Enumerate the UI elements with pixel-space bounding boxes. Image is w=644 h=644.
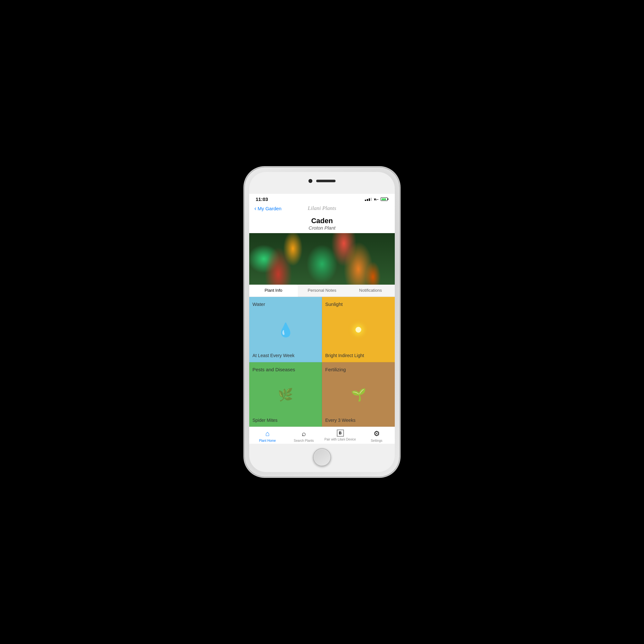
- plant-title-section: Caden Croton Plant: [249, 213, 395, 233]
- signal-icon: [365, 198, 372, 201]
- nav-header: ‹ My Garden Lilani Plants: [249, 203, 395, 213]
- status-icons: ▾⌐: [365, 197, 388, 202]
- signal-bar-1: [365, 200, 366, 201]
- tab-personal-notes[interactable]: Personal Notes: [298, 285, 346, 296]
- bottom-tab-bar: ⌂ Plant Home ⌕ Search Plants B Pair with…: [249, 427, 395, 444]
- status-bar: 11:03 ▾⌐: [249, 194, 395, 203]
- tabs-section: Plant Info Personal Notes Notifications: [249, 285, 395, 297]
- pests-value: Spider Mites: [252, 418, 278, 423]
- plant-photo-decoration: [249, 233, 395, 285]
- screen: 11:03 ▾⌐: [249, 194, 395, 444]
- home-button[interactable]: [313, 448, 331, 466]
- pair-device-label: Pair with Lilani Device: [325, 438, 356, 441]
- phone-body: 11:03 ▾⌐: [249, 172, 395, 472]
- signal-bar-3: [369, 198, 370, 201]
- plant-species: Croton Plant: [254, 225, 390, 231]
- plant-name: Caden: [254, 217, 390, 225]
- water-cell[interactable]: Water 💧 At Least Every Week: [249, 297, 322, 362]
- bottom-tab-plant-home[interactable]: ⌂ Plant Home: [249, 430, 286, 442]
- sunlight-value: Bright Indirect Light: [325, 353, 364, 358]
- back-button[interactable]: ‹ My Garden: [254, 205, 281, 212]
- signal-bar-4: [371, 198, 372, 201]
- fertilizing-cell[interactable]: Fertilizing 🌱 Every 3 Weeks: [322, 362, 395, 427]
- seedling-icon: 🌱: [351, 388, 366, 402]
- back-chevron-icon: ‹: [254, 205, 256, 212]
- plant-home-icon: ⌂: [265, 430, 270, 438]
- phone-frame: 11:03 ▾⌐: [245, 167, 399, 477]
- water-label: Water: [252, 301, 265, 307]
- bottom-tab-settings[interactable]: ⚙ Settings: [358, 430, 395, 442]
- settings-icon: ⚙: [374, 430, 380, 438]
- front-camera: [308, 179, 312, 183]
- sun-circle: [355, 327, 361, 333]
- search-icon: ⌕: [302, 430, 306, 438]
- signal-bar-2: [367, 199, 368, 201]
- pests-cell[interactable]: Pests and Diseases 🌿 Spider Mites: [249, 362, 322, 427]
- pest-bug-icon: 🌿: [278, 388, 293, 402]
- info-grid: Water 💧 At Least Every Week Sunlight Bri…: [249, 297, 395, 427]
- water-value: At Least Every Week: [252, 353, 294, 358]
- status-time: 11:03: [256, 196, 268, 202]
- wifi-icon: ▾⌐: [374, 197, 379, 202]
- water-drop-icon: 💧: [277, 322, 294, 338]
- tab-notifications[interactable]: Notifications: [346, 285, 395, 296]
- plant-image: [249, 233, 395, 285]
- bottom-tab-search[interactable]: ⌕ Search Plants: [286, 430, 322, 442]
- tab-plant-info[interactable]: Plant Info: [249, 285, 298, 297]
- pair-device-icon: B: [337, 430, 344, 437]
- battery-fill: [382, 198, 386, 200]
- battery-body: [381, 197, 388, 201]
- battery-icon: [381, 197, 388, 201]
- settings-label: Settings: [371, 439, 382, 442]
- fertilizing-label: Fertilizing: [325, 367, 346, 372]
- app-title: Lilani Plants: [308, 205, 336, 212]
- speaker-area: [308, 179, 336, 183]
- battery-tip: [388, 198, 388, 200]
- sunlight-label: Sunlight: [325, 301, 343, 307]
- sunlight-cell[interactable]: Sunlight Bright Indirect Light: [322, 297, 395, 362]
- bottom-tab-pair-device[interactable]: B Pair with Lilani Device: [322, 430, 358, 442]
- search-label: Search Plants: [294, 439, 314, 442]
- back-label: My Garden: [258, 206, 281, 211]
- fertilizing-value: Every 3 Weeks: [325, 418, 355, 423]
- sun-icon: [352, 323, 365, 336]
- speaker-grille: [316, 180, 336, 182]
- plant-home-label: Plant Home: [259, 439, 276, 442]
- pests-label: Pests and Diseases: [252, 367, 295, 372]
